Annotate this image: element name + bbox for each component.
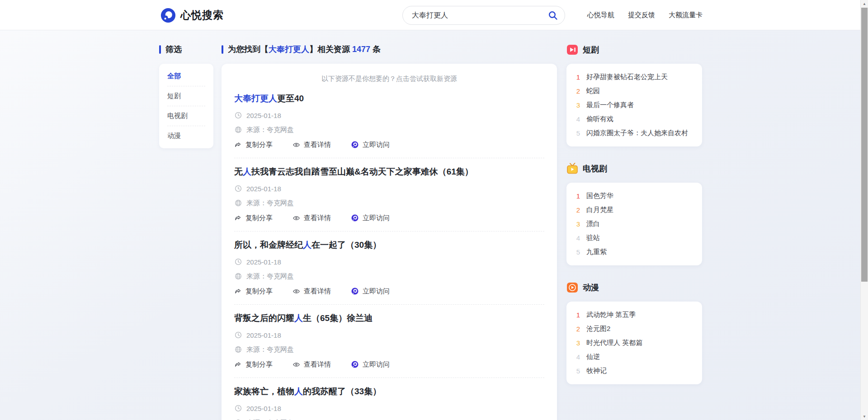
result-title[interactable]: 家族将亡，植物人的我苏醒了（33集） — [234, 385, 544, 397]
rank-label: 仙逆 — [586, 353, 600, 361]
refresh-notice[interactable]: 以下资源不是你想要的？点击尝试获取新资源 — [234, 74, 544, 85]
view-details-button[interactable]: 查看详情 — [292, 360, 331, 369]
result-item: 所以，和金牌经纪人在一起了（30集）2025-01-18来源：夸克网盘复制分享查… — [234, 231, 544, 305]
visit-now-button-label: 立即访问 — [363, 214, 390, 222]
rank-section-短剧: 短剧1好孕甜妻被钻石老公宠上天2蛇园3最后一个修真者4偷听有戏5闪婚京圈太子爷：… — [566, 44, 702, 146]
rank-card: 1好孕甜妻被钻石老公宠上天2蛇园3最后一个修真者4偷听有戏5闪婚京圈太子爷：夫人… — [566, 64, 702, 146]
eye-icon — [292, 288, 300, 295]
view-details-button[interactable]: 查看详情 — [292, 214, 331, 222]
rank-item[interactable]: 2蛇园 — [576, 84, 693, 98]
view-details-button-label: 查看详情 — [304, 287, 331, 296]
result-date-row: 2025-01-18 — [234, 257, 544, 266]
result-title[interactable]: 无人扶我青云志我自踏雪至山巅&名动天下之家事难休（61集） — [234, 165, 544, 178]
result-date: 2025-01-18 — [246, 405, 281, 412]
share-icon — [234, 361, 242, 368]
filter-card: 全部短剧电视剧动漫 — [159, 64, 213, 148]
nav-link-feedback[interactable]: 提交反馈 — [628, 11, 655, 19]
filter-item-全部[interactable]: 全部 — [167, 66, 205, 86]
scrollbar-up-arrow[interactable]: ▲ — [861, 0, 868, 7]
filter-sidebar: 筛选 全部短剧电视剧动漫 — [159, 44, 213, 148]
rank-number: 2 — [576, 87, 581, 95]
globe-icon — [234, 199, 242, 207]
rank-item[interactable]: 1好孕甜妻被钻石老公宠上天 — [576, 70, 693, 84]
copy-share-button-label: 复制分享 — [245, 214, 273, 222]
rank-item[interactable]: 2白月梵星 — [576, 203, 693, 217]
result-title[interactable]: 背叛之后的闪耀人生（65集）徐兰迪 — [234, 312, 544, 324]
rank-item[interactable]: 4偷听有戏 — [576, 112, 693, 126]
copy-share-button-label: 复制分享 — [245, 141, 273, 149]
rank-number: 5 — [576, 248, 581, 256]
scrollbar-thumb[interactable] — [861, 8, 868, 282]
rank-section-电视剧: 电视剧1国色芳华2白月梵星3漂白4驻站5九重紫 — [566, 163, 702, 265]
visit-now-button[interactable]: 立即访问 — [351, 141, 390, 149]
copy-share-button[interactable]: 复制分享 — [234, 287, 273, 296]
search-button[interactable] — [547, 9, 559, 22]
copy-share-button[interactable]: 复制分享 — [234, 214, 273, 222]
rank-section-title: 电视剧 — [566, 163, 702, 175]
rank-item[interactable]: 3漂白 — [576, 217, 693, 231]
share-icon — [234, 141, 242, 149]
visit-now-button[interactable]: 立即访问 — [351, 360, 390, 369]
rank-section-title-text: 电视剧 — [583, 163, 607, 174]
rank-number: 1 — [576, 192, 581, 200]
rank-item[interactable]: 3时光代理人 英都篇 — [576, 336, 693, 350]
filter-item-电视剧[interactable]: 电视剧 — [167, 106, 205, 126]
scrollbar-down-arrow[interactable]: ▼ — [861, 413, 868, 420]
rank-item[interactable]: 5九重紫 — [576, 245, 693, 259]
nav-link-navigation[interactable]: 心悦导航 — [587, 11, 614, 19]
search-input[interactable] — [412, 11, 547, 19]
filter-item-动漫[interactable]: 动漫 — [167, 126, 205, 146]
result-source-row: 来源：夸克网盘 — [234, 345, 544, 354]
rank-item[interactable]: 5闪婚京圈太子爷：夫人她来自农村 — [576, 126, 693, 140]
logo[interactable]: 心悦搜索 — [160, 0, 224, 30]
view-details-button[interactable]: 查看详情 — [292, 141, 331, 149]
rank-item[interactable]: 4驻站 — [576, 231, 693, 245]
result-item: 背叛之后的闪耀人生（65集）徐兰迪2025-01-18来源：夸克网盘复制分享查看… — [234, 305, 544, 378]
result-date: 2025-01-18 — [246, 258, 281, 266]
result-item: 大奉打更人更至402025-01-18来源：夸克网盘复制分享查看详情立即访问 — [234, 85, 544, 158]
clock-icon — [234, 404, 242, 412]
quark-icon — [351, 360, 359, 368]
results-heading: 为您找到【大奉打更人】相关资源 1477 条 — [222, 44, 557, 55]
rank-item[interactable]: 1武动乾坤 第五季 — [576, 308, 693, 322]
rank-label: 白月梵星 — [586, 206, 613, 214]
visit-now-button[interactable]: 立即访问 — [351, 287, 390, 296]
visit-now-button[interactable]: 立即访问 — [351, 214, 390, 222]
filter-item-短剧[interactable]: 短剧 — [167, 86, 205, 106]
result-source: 来源：夸克网盘 — [246, 126, 294, 134]
rank-section-title-text: 短剧 — [583, 44, 599, 55]
rank-number: 5 — [576, 129, 581, 137]
results-list: 大奉打更人更至402025-01-18来源：夸克网盘复制分享查看详情立即访问无人… — [234, 85, 544, 420]
globe-icon — [234, 272, 242, 280]
result-title[interactable]: 大奉打更人更至40 — [234, 92, 544, 104]
copy-share-button[interactable]: 复制分享 — [234, 141, 273, 149]
nav-link-data-card[interactable]: 大额流量卡 — [669, 11, 703, 19]
clock-icon — [234, 184, 242, 193]
result-date: 2025-01-18 — [246, 112, 281, 119]
rank-item[interactable]: 2沧元图2 — [576, 322, 693, 336]
scrollbar[interactable]: ▲ ▼ — [860, 0, 868, 420]
rank-number: 1 — [576, 311, 581, 319]
rank-item[interactable]: 5牧神记 — [576, 364, 693, 378]
share-icon — [234, 214, 242, 222]
rank-label: 沧元图2 — [586, 325, 610, 333]
rank-item[interactable]: 3最后一个修真者 — [576, 98, 693, 112]
heading-bar — [159, 45, 161, 54]
result-date: 2025-01-18 — [246, 331, 281, 339]
view-details-button[interactable]: 查看详情 — [292, 287, 331, 296]
rank-label: 偷听有戏 — [586, 115, 613, 123]
copy-share-button[interactable]: 复制分享 — [234, 360, 273, 369]
result-title[interactable]: 所以，和金牌经纪人在一起了（30集） — [234, 239, 544, 251]
rank-item[interactable]: 1国色芳华 — [576, 189, 693, 203]
result-date-row: 2025-01-18 — [234, 111, 544, 120]
results-keyword: 大奉打更人 — [269, 45, 309, 54]
rank-label: 最后一个修真者 — [586, 101, 634, 109]
result-date-row: 2025-01-18 — [234, 184, 544, 193]
rank-item[interactable]: 4仙逆 — [576, 350, 693, 364]
rank-label: 漂白 — [586, 220, 600, 228]
result-source-row: 来源：夸克网盘 — [234, 272, 544, 281]
rank-label: 时光代理人 英都篇 — [586, 339, 642, 347]
logo-icon — [160, 8, 176, 23]
clock-icon — [234, 331, 242, 339]
search-icon — [547, 10, 558, 21]
